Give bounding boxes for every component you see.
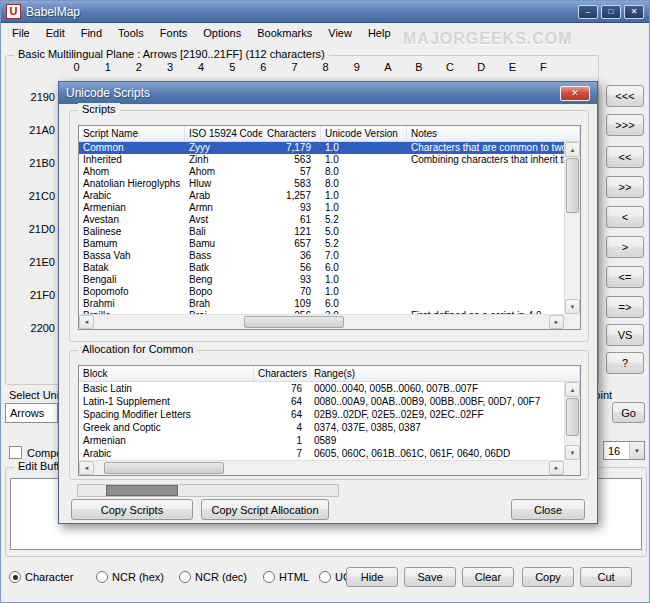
- menu-view[interactable]: View: [320, 24, 360, 42]
- dialog-title-bar[interactable]: Unicode Scripts ✕: [59, 82, 597, 104]
- scripts-cell: Bopo: [185, 286, 263, 298]
- scripts-cell: Anatolian Hieroglyphs: [79, 178, 185, 190]
- scrollbar-track[interactable]: [225, 461, 549, 475]
- menu-find[interactable]: Find: [73, 24, 110, 42]
- scripts-column-header[interactable]: ISO 15924 Code: [185, 126, 263, 141]
- nav-next-button[interactable]: >: [606, 236, 644, 258]
- scripts-table-row[interactable]: BatakBatk566.0: [79, 262, 580, 274]
- scroll-up-icon[interactable]: ▲: [565, 142, 580, 157]
- menu-bookmarks[interactable]: Bookmarks: [249, 24, 320, 42]
- scrollbar-thumb[interactable]: [566, 158, 579, 213]
- scripts-vertical-scrollbar[interactable]: ▲ ▼: [564, 142, 580, 314]
- scrollbar-track[interactable]: [565, 214, 580, 299]
- allocation-table-row[interactable]: Arabic70605, 060C, 061B..061C, 061F, 064…: [79, 447, 580, 460]
- scripts-cell: Ahom: [79, 166, 185, 178]
- nav-next-block-button[interactable]: >>: [606, 176, 644, 198]
- nav-prev-char-button[interactable]: <=: [606, 266, 644, 288]
- nav-prev-button[interactable]: <: [606, 206, 644, 228]
- nav-help-button[interactable]: ?: [606, 352, 644, 374]
- scripts-table-row[interactable]: AvestanAvst615.2: [79, 214, 580, 226]
- composite-checkbox[interactable]: [9, 446, 22, 459]
- scrollbar-track[interactable]: [345, 315, 549, 329]
- save-button[interactable]: Save: [404, 567, 456, 587]
- radio-character[interactable]: Character: [9, 571, 73, 583]
- dropdown-arrow-icon[interactable]: ▼: [629, 442, 644, 459]
- dialog-close-icon[interactable]: ✕: [560, 86, 590, 101]
- copy-script-allocation-button[interactable]: Copy Script Allocation: [201, 499, 329, 520]
- scroll-right-icon[interactable]: ►: [549, 461, 564, 475]
- radio-html[interactable]: HTML: [263, 571, 309, 583]
- scripts-table-row[interactable]: ArabicArab1,2571.0: [79, 190, 580, 202]
- scroll-left-icon[interactable]: ◄: [79, 461, 94, 475]
- radio-ncr-dec-[interactable]: NCR (dec): [179, 571, 247, 583]
- scroll-left-icon[interactable]: ◄: [79, 315, 94, 329]
- menu-tools[interactable]: Tools: [110, 24, 152, 42]
- scripts-table-row[interactable]: BalineseBali1215.0: [79, 226, 580, 238]
- scripts-cell: 109: [263, 298, 321, 310]
- scripts-table-row[interactable]: Anatolian HieroglyphsHluw5838.0: [79, 178, 580, 190]
- allocation-vertical-scrollbar[interactable]: ▲ ▼: [564, 382, 580, 460]
- menu-help[interactable]: Help: [360, 24, 399, 42]
- copy-button[interactable]: Copy: [522, 567, 574, 587]
- dialog-close-button[interactable]: Close: [511, 499, 585, 520]
- scripts-column-header[interactable]: Script Name: [79, 126, 185, 141]
- nav-first-button[interactable]: <<<: [606, 85, 644, 107]
- scroll-up-icon[interactable]: ▲: [565, 382, 580, 397]
- menu-file[interactable]: File: [4, 24, 38, 42]
- menu-options[interactable]: Options: [195, 24, 249, 42]
- allocation-column-header[interactable]: Characters: [254, 366, 310, 381]
- scrollbar-thumb[interactable]: [244, 316, 344, 328]
- scroll-right-icon[interactable]: ►: [549, 315, 564, 329]
- clear-button[interactable]: Clear: [462, 567, 514, 587]
- scripts-table-row[interactable]: ArmenianArmn931.0: [79, 202, 580, 214]
- maximize-icon[interactable]: □: [601, 5, 621, 19]
- scripts-cell: 1.0: [321, 154, 407, 166]
- allocation-column-header[interactable]: Range(s): [310, 366, 580, 381]
- nav-next-char-button[interactable]: =>: [606, 296, 644, 318]
- nav-vs-button[interactable]: VS: [606, 324, 644, 346]
- scripts-table-row[interactable]: BrahmiBrah1096.0: [79, 298, 580, 310]
- close-icon[interactable]: ✕: [624, 5, 644, 19]
- cut-button[interactable]: Cut: [580, 567, 632, 587]
- scripts-column-header[interactable]: Unicode Version: [321, 126, 407, 141]
- scrollbar-thumb[interactable]: [106, 485, 178, 496]
- allocation-table-row[interactable]: Basic Latin760000..0040, 005B..0060, 007…: [79, 382, 580, 395]
- hide-button[interactable]: Hide: [346, 567, 398, 587]
- scripts-table-row[interactable]: AhomAhom578.0: [79, 166, 580, 178]
- menu-edit[interactable]: Edit: [38, 24, 73, 42]
- scripts-table-row[interactable]: CommonZyyy7,1791.0Characters that are co…: [79, 142, 580, 154]
- scripts-cell: Armenian: [79, 202, 185, 214]
- nav-last-button[interactable]: >>>: [606, 114, 644, 136]
- scripts-table-row[interactable]: BopomofoBopo701.0: [79, 286, 580, 298]
- allocation-table-row[interactable]: Armenian10589: [79, 434, 580, 447]
- scrollbar-track[interactable]: [565, 437, 580, 445]
- radio-ncr-hex-[interactable]: NCR (hex): [96, 571, 164, 583]
- scripts-column-header[interactable]: Notes: [407, 126, 580, 141]
- scrollbar-thumb[interactable]: [566, 398, 579, 436]
- menu-fonts[interactable]: Fonts: [152, 24, 196, 42]
- watermark: MAJORGEEKS.COM: [403, 30, 573, 48]
- scroll-down-icon[interactable]: ▼: [565, 445, 580, 460]
- allocation-table-row[interactable]: Latin-1 Supplement640080..00A9, 00AB..00…: [79, 395, 580, 408]
- scroll-down-icon[interactable]: ▼: [565, 299, 580, 314]
- allocation-table-row[interactable]: Greek and Coptic40374, 037E, 0385, 0387: [79, 421, 580, 434]
- scrollbar-thumb[interactable]: [104, 462, 224, 474]
- nav-prev-block-button[interactable]: <<: [606, 146, 644, 168]
- font-size-select[interactable]: 16 ▼: [603, 441, 645, 460]
- scripts-cell: [407, 166, 580, 178]
- scripts-table-row[interactable]: BamumBamu6575.2: [79, 238, 580, 250]
- scripts-table-row[interactable]: InheritedZinh5631.0Combining characters …: [79, 154, 580, 166]
- scripts-table-row[interactable]: Bassa VahBass367.0: [79, 250, 580, 262]
- scripts-table-row[interactable]: BengaliBeng931.0: [79, 274, 580, 286]
- scripts-horizontal-scrollbar[interactable]: ◄ ►: [79, 314, 564, 329]
- go-button[interactable]: Go: [612, 402, 645, 423]
- scripts-column-header[interactable]: Characters: [263, 126, 321, 141]
- title-bar[interactable]: U BabelMap – □ ✕: [1, 1, 649, 23]
- block-select[interactable]: Arrows: [5, 403, 58, 423]
- allocation-column-header[interactable]: Block: [79, 366, 254, 381]
- allocation-table-row[interactable]: Spacing Modifier Letters6402B9..02DF, 02…: [79, 408, 580, 421]
- allocation-outer-scrollbar[interactable]: [77, 484, 339, 497]
- allocation-horizontal-scrollbar[interactable]: ◄ ►: [79, 460, 564, 475]
- minimize-icon[interactable]: –: [578, 5, 598, 19]
- copy-scripts-button[interactable]: Copy Scripts: [71, 499, 193, 520]
